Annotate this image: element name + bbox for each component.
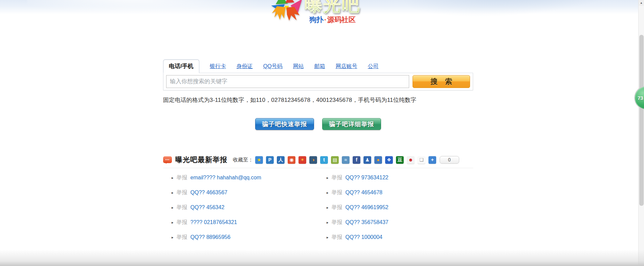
scrollbar-track[interactable]: ▲ <box>638 0 644 266</box>
twitter-icon[interactable]: t <box>320 156 328 164</box>
baidu-paw-icon[interactable]: ❖ <box>385 156 393 164</box>
report-link[interactable]: ???? 02187654321 <box>191 219 237 225</box>
report-prefix: 举报 <box>177 204 187 211</box>
bullet-arrow-icon: ▸ <box>327 176 329 180</box>
report-prefix: 举报 <box>332 219 342 226</box>
list-item: ▸ 举报 ???? 02187654321 <box>163 215 318 230</box>
report-prefix: 举报 <box>177 189 187 196</box>
list-item: ▸ 举报 QQ?? 973634122 <box>318 170 473 185</box>
bullet-arrow-icon: ▸ <box>172 176 174 180</box>
report-prefix: 举报 <box>332 234 342 241</box>
logo-subtitle-blue: 狗扑 <box>309 16 324 23</box>
search-input[interactable] <box>166 75 409 88</box>
copy-icon[interactable]: ❏ <box>418 156 425 164</box>
report-link[interactable]: QQ?? 1000004 <box>346 234 382 240</box>
bullet-arrow-icon: ▸ <box>327 191 329 195</box>
tab-phone-active[interactable]: 电话/手机 <box>163 60 199 73</box>
duck-icon[interactable]: ● <box>374 156 382 164</box>
list-item: ▸ 举报 QQ?? 1000004 <box>318 230 473 245</box>
quick-report-button[interactable]: 骗子吧快速举报 <box>255 118 314 130</box>
list-item: ▸ 举报 QQ?? 4654678 <box>318 185 473 200</box>
reports-column-left: ▸ 举报 email???? hahahah@qq.com ▸ 举报 QQ?? … <box>163 170 318 245</box>
report-link[interactable]: QQ?? 4654678 <box>346 190 382 196</box>
report-link[interactable]: QQ?? 469619952 <box>346 204 388 210</box>
red-star-icon[interactable]: ✶ <box>298 156 306 164</box>
tab-link[interactable]: QQ号码 <box>263 63 283 73</box>
bottom-gradient-bar <box>0 250 644 266</box>
list-item: ▸ 举报 QQ?? 4663567 <box>163 185 318 200</box>
report-prefix: 举报 <box>332 174 342 181</box>
tab-link[interactable]: 网站 <box>293 63 304 73</box>
swirl-icon[interactable]: ◑ <box>309 156 317 164</box>
tab-link[interactable]: 银行卡 <box>210 63 226 73</box>
bullet-arrow-icon: ▸ <box>172 205 174 210</box>
list-item: ▸ 举报 email???? hahahah@qq.com <box>163 170 318 185</box>
latest-reports-section: ••• 曝光吧最新举报 收藏至： ★P人◉✶◑t▤≈f♟●❖豆☻❏+ 0 ▸ 举… <box>163 155 473 245</box>
reports-column-right: ▸ 举报 QQ?? 973634122 ▸ 举报 QQ?? 4654678 ▸ … <box>318 170 473 245</box>
scrollbar-up-arrow-icon[interactable]: ▲ <box>639 0 644 6</box>
speech-bubble-icon: ••• <box>163 156 172 163</box>
douban-icon[interactable]: 豆 <box>396 156 404 164</box>
list-item: ▸ 举报 QQ?? 356758437 <box>318 215 473 230</box>
sina-weibo-icon[interactable]: ◉ <box>288 156 295 164</box>
report-prefix: 举报 <box>177 234 187 241</box>
renren-icon[interactable]: 人 <box>277 156 285 164</box>
myspace-icon[interactable]: ♟ <box>363 156 371 164</box>
bullet-arrow-icon: ▸ <box>172 191 174 195</box>
bookmark-to-label: 收藏至： <box>233 157 253 163</box>
report-prefix: 举报 <box>332 189 342 196</box>
latest-reports-header: ••• 曝光吧最新举报 收藏至： ★P人◉✶◑t▤≈f♟●❖豆☻❏+ 0 <box>163 155 473 168</box>
list-item: ▸ 举报 QQ?? 456342 <box>163 200 318 215</box>
share-icons-row: ★P人◉✶◑t▤≈f♟●❖豆☻❏+ <box>255 156 436 164</box>
report-link[interactable]: QQ?? 456342 <box>191 204 225 210</box>
list-item: ▸ 举报 QQ?? 469619952 <box>318 200 473 215</box>
mascot-icon[interactable]: ☻ <box>407 156 415 164</box>
logo-star-icon <box>269 0 305 21</box>
tab-links: 银行卡身份证QQ号码网站邮箱网店账号公司 <box>199 63 379 73</box>
site-logo[interactable]: 曝光吧 狗扑·源码社区 <box>269 0 360 24</box>
facebook-icon[interactable]: f <box>353 156 360 164</box>
bullet-arrow-icon: ▸ <box>172 235 174 240</box>
share-count-badge[interactable]: 0 <box>440 156 459 164</box>
scrollbar-thumb[interactable] <box>639 35 644 206</box>
qq-bookmark-icon[interactable]: ★ <box>255 156 263 164</box>
banner-wave-decoration <box>27 0 265 23</box>
report-link[interactable]: QQ?? 973634122 <box>346 175 388 181</box>
floating-counter-badge[interactable]: 73 <box>635 87 644 109</box>
tab-link[interactable]: 网店账号 <box>336 63 357 73</box>
share-more-icon[interactable]: + <box>428 156 436 164</box>
tab-link[interactable]: 邮箱 <box>314 63 325 73</box>
fish-icon[interactable]: ≈ <box>342 156 350 164</box>
logo-title: 曝光吧 <box>305 0 360 14</box>
report-prefix: 举报 <box>177 219 187 226</box>
bullet-arrow-icon: ▸ <box>172 220 174 225</box>
search-panel: 搜 索 <box>163 73 473 90</box>
green-card-icon[interactable]: ▤ <box>331 156 339 164</box>
main-content: 电话/手机 银行卡身份证QQ号码网站邮箱网店账号公司 搜 索 固定电话的格式为3… <box>163 62 473 245</box>
report-link[interactable]: QQ?? 4663567 <box>191 190 227 196</box>
logo-subtitle-red: 源码社区 <box>327 16 356 23</box>
section-title: 曝光吧最新举报 <box>175 155 227 164</box>
report-prefix: 举报 <box>332 204 342 211</box>
tab-link[interactable]: 公司 <box>368 63 379 73</box>
bullet-arrow-icon: ▸ <box>327 220 329 225</box>
report-prefix: 举报 <box>177 174 187 181</box>
tab-link[interactable]: 身份证 <box>237 63 253 73</box>
list-item: ▸ 举报 QQ?? 88965956 <box>163 230 318 245</box>
detail-report-button[interactable]: 骗子吧详细举报 <box>322 118 381 130</box>
search-button[interactable]: 搜 索 <box>413 75 470 88</box>
format-help-text: 固定电话的格式为3-11位纯数字，如110，027812345678，40012… <box>163 96 473 104</box>
report-buttons: 骗子吧快速举报 骗子吧详细举报 <box>163 118 473 130</box>
bullet-arrow-icon: ▸ <box>327 235 329 240</box>
reports-list: ▸ 举报 email???? hahahah@qq.com ▸ 举报 QQ?? … <box>163 170 473 245</box>
bullet-arrow-icon: ▸ <box>327 205 329 210</box>
logo-subtitle-dot: · <box>324 16 327 23</box>
report-link[interactable]: QQ?? 356758437 <box>346 219 388 225</box>
banner-wave-decoration <box>393 0 604 28</box>
search-tabs: 电话/手机 银行卡身份证QQ号码网站邮箱网店账号公司 <box>163 62 473 73</box>
baidu-collect-icon[interactable]: P <box>266 156 274 164</box>
report-link[interactable]: email???? hahahah@qq.com <box>191 175 261 181</box>
logo-subtitle: 狗扑·源码社区 <box>305 15 360 24</box>
report-link[interactable]: QQ?? 88965956 <box>191 234 230 240</box>
